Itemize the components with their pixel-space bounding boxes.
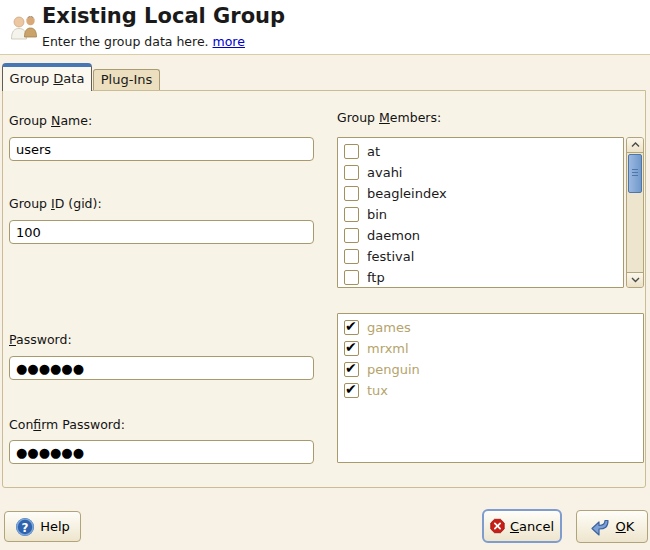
member-row[interactable]: tux	[338, 380, 643, 401]
member-name: games	[367, 320, 411, 335]
member-name: mrxml	[367, 341, 409, 356]
member-row[interactable]: beagleindex	[338, 183, 623, 204]
member-name: festival	[367, 249, 414, 264]
dialog-header: Existing Local Group Enter the group dat…	[0, 0, 650, 55]
cancel-stop-icon	[490, 516, 505, 536]
cancel-button-label: Cancel	[510, 519, 554, 534]
help-button[interactable]: ? Help	[4, 511, 81, 542]
checkbox-unchecked-icon[interactable]	[344, 207, 359, 222]
member-row[interactable]: at	[338, 141, 623, 162]
member-name: ftp	[367, 270, 385, 285]
member-row[interactable]: games	[338, 317, 643, 338]
svg-text:?: ?	[22, 520, 29, 534]
checkbox-unchecked-icon[interactable]	[344, 249, 359, 264]
chevron-up-icon	[631, 142, 640, 148]
help-button-label: Help	[40, 519, 70, 534]
subtitle-text: Enter the group data here.	[42, 34, 209, 49]
password-input[interactable]	[9, 356, 314, 380]
group-id-input[interactable]	[9, 220, 314, 244]
ok-button[interactable]: OK	[576, 510, 648, 543]
checkbox-unchecked-icon[interactable]	[344, 270, 359, 285]
member-name: avahi	[367, 165, 402, 180]
checkbox-checked-icon[interactable]	[344, 320, 359, 335]
tab-group-data[interactable]: Group Data	[2, 63, 92, 91]
scroll-up-button[interactable]	[627, 138, 643, 153]
member-row[interactable]: festival	[338, 246, 623, 267]
password-label: Password:	[9, 332, 72, 347]
member-name: daemon	[367, 228, 420, 243]
ok-enter-arrow-icon	[590, 518, 611, 536]
tab-plug-ins[interactable]: Plug-Ins	[93, 69, 160, 90]
page-title: Existing Local Group	[42, 4, 285, 28]
member-row[interactable]: bin	[338, 204, 623, 225]
group-id-label: Group ID (gid):	[9, 196, 102, 211]
checkbox-unchecked-icon[interactable]	[344, 186, 359, 201]
member-name: penguin	[367, 362, 420, 377]
help-question-icon: ?	[15, 517, 35, 537]
member-row[interactable]: penguin	[338, 359, 643, 380]
member-name: bin	[367, 207, 387, 222]
member-row[interactable]: daemon	[338, 225, 623, 246]
member-name: tux	[367, 383, 388, 398]
members-selected-list[interactable]: gamesmrxmlpenguintux	[337, 313, 644, 463]
member-name: beagleindex	[367, 186, 447, 201]
members-available-list[interactable]: atavahibeagleindexbindaemonfestivalftp	[337, 137, 624, 288]
member-name: at	[367, 144, 380, 159]
checkbox-checked-icon[interactable]	[344, 362, 359, 377]
ok-button-label: OK	[616, 519, 635, 534]
page-subtitle: Enter the group data here. more	[42, 34, 245, 49]
tab-content-pane: Group Name: Group ID (gid): Password: Co…	[2, 90, 646, 488]
scroll-down-button[interactable]	[627, 272, 643, 287]
scrollbar-thumb[interactable]	[628, 154, 642, 193]
cancel-button[interactable]: Cancel	[482, 509, 562, 543]
confirm-password-input[interactable]	[9, 440, 314, 464]
checkbox-unchecked-icon[interactable]	[344, 228, 359, 243]
chevron-down-icon	[631, 277, 640, 283]
member-row[interactable]: mrxml	[338, 338, 643, 359]
checkbox-checked-icon[interactable]	[344, 383, 359, 398]
dialog-window: Existing Local Group Enter the group dat…	[0, 0, 650, 550]
group-name-label: Group Name:	[9, 113, 92, 128]
member-row[interactable]: ftp	[338, 267, 623, 288]
checkbox-unchecked-icon[interactable]	[344, 165, 359, 180]
confirm-password-label: Confirm Password:	[9, 417, 125, 432]
group-people-icon	[8, 12, 40, 44]
members-scrollbar[interactable]	[626, 137, 644, 288]
checkbox-checked-icon[interactable]	[344, 341, 359, 356]
member-row[interactable]: avahi	[338, 162, 623, 183]
more-link[interactable]: more	[213, 34, 245, 49]
checkbox-unchecked-icon[interactable]	[344, 144, 359, 159]
group-members-label: Group Members:	[337, 110, 441, 125]
group-name-input[interactable]	[9, 137, 314, 161]
